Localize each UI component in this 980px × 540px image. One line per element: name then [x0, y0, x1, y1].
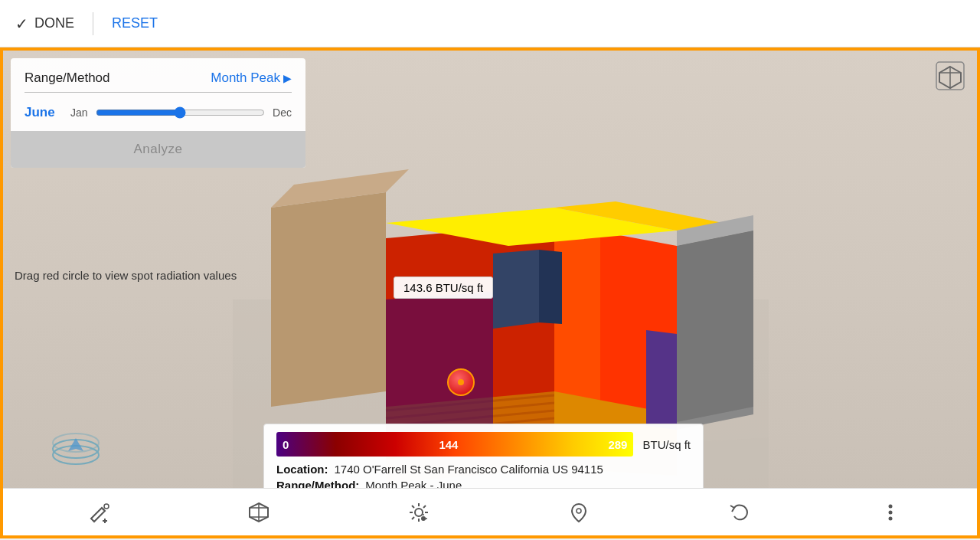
btu-unit-label: BTU/sq ft	[642, 438, 691, 451]
panel-divider	[24, 92, 292, 93]
top-bar: ✓ DONE RESET	[0, 0, 980, 47]
view-cube-icon[interactable]	[934, 60, 966, 92]
compass-logo	[45, 428, 106, 474]
toolbar-draw-button[interactable]	[76, 497, 122, 528]
range-method-selector[interactable]: Month Peak ▶	[211, 70, 292, 86]
done-label: DONE	[34, 15, 74, 31]
divider	[93, 12, 93, 35]
svg-marker-22	[646, 330, 677, 430]
chevron-right-icon: ▶	[283, 72, 292, 84]
left-panel: Range/Method Month Peak ▶ June Jan Dec A…	[11, 58, 305, 168]
range-method-value-text: Month Peak	[211, 70, 280, 86]
bar-mid-value: 144	[439, 438, 458, 451]
analyze-button[interactable]: Analyze	[11, 131, 305, 168]
location-label: Location:	[276, 463, 328, 476]
slider-end-label: Dec	[273, 106, 292, 119]
bottom-toolbar	[3, 488, 977, 535]
svg-line-50	[412, 517, 414, 519]
svg-point-57	[888, 516, 892, 520]
range-method-label: Range/Method	[24, 70, 110, 86]
svg-line-47	[412, 506, 414, 508]
drag-hint-text: Drag red circle to view spot radiation v…	[15, 269, 237, 282]
svg-marker-25	[386, 292, 493, 445]
svg-marker-20	[493, 250, 539, 329]
done-button[interactable]: ✓ DONE	[15, 15, 74, 33]
svg-point-51	[421, 516, 426, 521]
month-slider-row: June Jan Dec	[11, 100, 305, 131]
slider-start-label: Jan	[70, 106, 88, 119]
location-row: Location: 1740 O'Farrell St San Francisc…	[276, 463, 691, 476]
month-slider[interactable]	[96, 106, 266, 119]
gradient-bar-row: 0 144 289 BTU/sq ft	[276, 432, 691, 457]
svg-point-34	[104, 504, 109, 509]
svg-marker-21	[539, 250, 562, 324]
toolbar-sun-button[interactable]	[396, 497, 442, 528]
toolbar-more-button[interactable]	[876, 499, 905, 526]
viewport: Range/Method Month Peak ▶ June Jan Dec A…	[0, 47, 980, 538]
svg-line-49	[423, 506, 426, 508]
range-method-row: Range/Method Month Peak ▶	[11, 58, 305, 92]
svg-marker-1	[271, 192, 386, 407]
bar-min-value: 0	[283, 438, 289, 451]
toolbar-location-button[interactable]	[556, 497, 602, 528]
svg-point-56	[888, 510, 892, 514]
btu-tooltip: 143.6 BTU/sq ft	[394, 277, 493, 299]
check-icon: ✓	[15, 15, 28, 33]
location-value: 1740 O'Farrell St San Francisco Californ…	[335, 463, 603, 476]
toolbar-undo-button[interactable]	[716, 497, 762, 528]
month-label: June	[24, 105, 63, 120]
svg-point-42	[415, 509, 423, 516]
svg-marker-23	[677, 231, 753, 422]
reset-button[interactable]: RESET	[112, 15, 158, 31]
svg-point-55	[888, 504, 892, 508]
toolbar-model-button[interactable]	[236, 497, 282, 528]
drag-circle[interactable]	[447, 368, 475, 396]
gradient-bar: 0 144 289	[276, 432, 633, 457]
svg-point-54	[577, 509, 581, 513]
bar-max-value: 289	[608, 438, 627, 451]
